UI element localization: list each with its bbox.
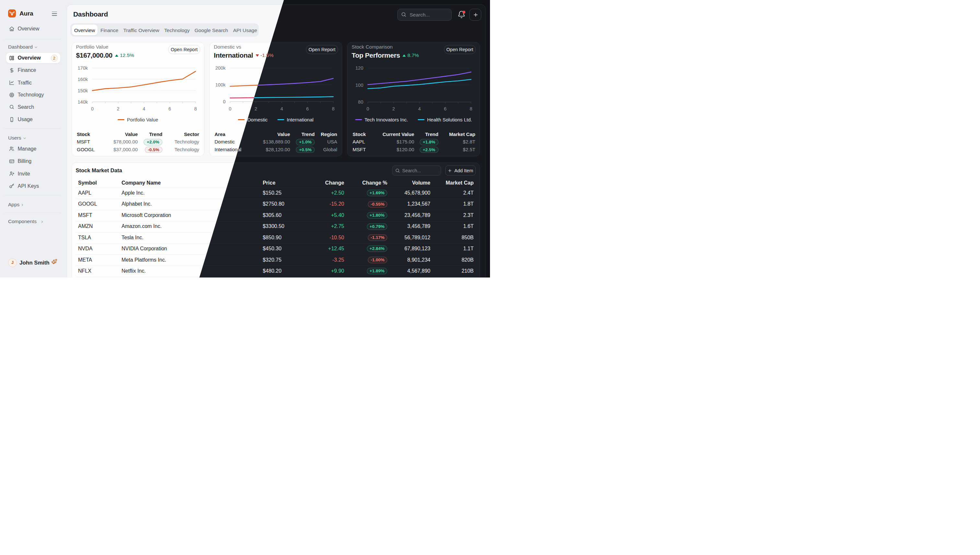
svg-text:0: 0 [367,106,369,111]
svg-text:2: 2 [393,106,395,111]
svg-text:4: 4 [280,106,283,111]
svg-text:170k: 170k [77,66,88,71]
svg-text:8: 8 [194,106,197,111]
svg-text:4: 4 [143,106,145,111]
svg-text:120: 120 [356,66,363,71]
svg-text:6: 6 [444,106,447,111]
svg-text:4: 4 [418,106,421,111]
svg-text:2: 2 [117,106,119,111]
svg-text:6: 6 [306,106,309,111]
svg-text:150k: 150k [77,88,88,93]
svg-text:100k: 100k [215,82,225,87]
svg-text:0: 0 [91,106,93,111]
svg-text:160k: 160k [77,77,88,82]
svg-text:2: 2 [254,106,257,111]
svg-text:8: 8 [332,106,335,111]
svg-text:0: 0 [229,106,232,111]
svg-text:140k: 140k [77,99,88,104]
svg-text:100: 100 [356,83,363,88]
svg-text:6: 6 [168,106,171,111]
svg-text:80: 80 [358,99,363,104]
svg-text:0: 0 [223,99,225,104]
svg-text:8: 8 [470,106,472,111]
svg-text:200k: 200k [215,66,225,71]
